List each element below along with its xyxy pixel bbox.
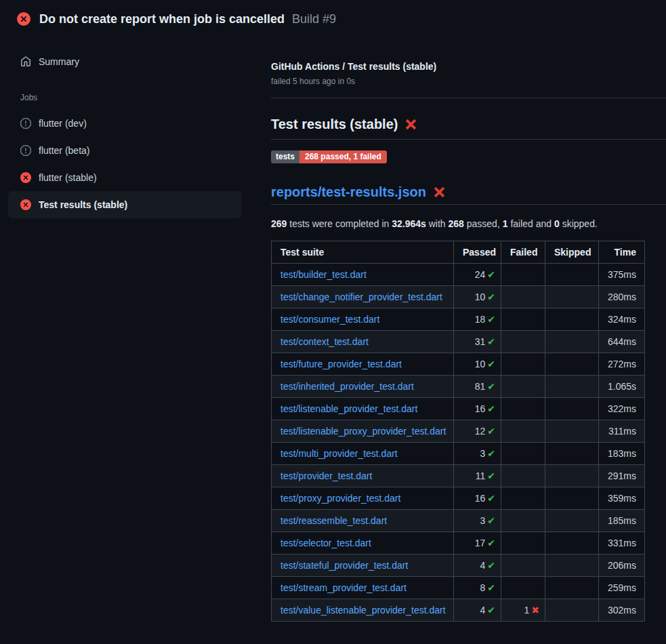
test-suite-link[interactable]: test/stateful_provider_test.dart xyxy=(280,560,408,571)
test-suite-link[interactable]: test/stream_provider_test.dart xyxy=(280,582,407,593)
check-icon: ✔ xyxy=(487,515,495,526)
test-suite-link[interactable]: test/inherited_provider_test.dart xyxy=(280,381,414,392)
home-icon xyxy=(20,56,31,67)
count: 24 xyxy=(475,269,486,280)
check-icon: ✔ xyxy=(487,269,495,280)
test-suite-link[interactable]: test/consumer_test.dart xyxy=(280,314,379,325)
table-row: test/multi_provider_test.dart 3✔ 183ms xyxy=(272,443,645,465)
count: 17 xyxy=(475,538,486,548)
table-row: test/change_notifier_provider_test.dart … xyxy=(272,286,645,308)
failed-status-icon xyxy=(20,199,31,210)
passed-cell: 11✔ xyxy=(454,465,501,487)
sidebar-item-summary[interactable]: Summary xyxy=(8,49,241,75)
main-content: GitHub Actions / Test results (stable) f… xyxy=(249,37,666,622)
test-suite-link[interactable]: test/value_listenable_provider_test.dart xyxy=(280,605,446,616)
table-row: test/context_test.dart 31✔ 644ms xyxy=(272,331,645,353)
table-row: test/listenable_proxy_provider_test.dart… xyxy=(272,420,645,443)
failed-cell xyxy=(501,376,545,398)
count: 10 xyxy=(475,359,486,369)
job-label: flutter (dev) xyxy=(39,118,87,129)
failed-cell xyxy=(501,286,545,308)
failed-cell xyxy=(501,532,545,555)
test-suite-link[interactable]: test/provider_test.dart xyxy=(280,470,372,481)
test-suite-link[interactable]: test/listenable_provider_test.dart xyxy=(280,403,417,414)
skipped-cell xyxy=(545,264,599,286)
column-header-passed: Passed xyxy=(454,241,501,264)
job-label: Test results (stable) xyxy=(39,199,127,210)
jobs-section-label: Jobs xyxy=(8,92,241,103)
check-icon: ✔ xyxy=(487,582,495,593)
sidebar-summary-label: Summary xyxy=(39,56,79,67)
cancelled-icon xyxy=(20,145,31,156)
sidebar: Summary Jobs flutter (dev) flutter (beta… xyxy=(0,37,249,218)
test-suite-link[interactable]: test/reassemble_test.dart xyxy=(280,515,387,526)
summary-text: passed, xyxy=(464,218,503,229)
time-cell: 185ms xyxy=(599,510,645,532)
test-results-table-body: test/builder_test.dart 24✔ 375ms test/ch… xyxy=(272,264,645,622)
test-suite-link[interactable]: test/builder_test.dart xyxy=(280,269,367,280)
badge-label: tests xyxy=(271,150,299,163)
check-icon: ✔ xyxy=(487,336,495,347)
passed-cell: 24✔ xyxy=(454,264,501,286)
table-row: test/inherited_provider_test.dart 81✔ 1.… xyxy=(272,376,645,398)
sidebar-item-test-results-stable[interactable]: Test results (stable) xyxy=(8,191,241,218)
failed-cell xyxy=(501,308,545,331)
test-suite-link[interactable]: test/change_notifier_provider_test.dart xyxy=(280,291,442,302)
count: 16 xyxy=(475,403,486,414)
failed-status-icon xyxy=(20,172,31,183)
table-row: test/value_listenable_provider_test.dart… xyxy=(272,599,645,622)
passed-cell: 8✔ xyxy=(454,577,501,599)
skipped-cell xyxy=(545,555,599,577)
time-cell: 324ms xyxy=(599,308,645,331)
report-file-link[interactable]: reports/test-results.json xyxy=(271,184,426,200)
time-cell: 359ms xyxy=(599,487,645,510)
skipped-cell xyxy=(545,308,599,331)
column-header-test-suite: Test suite xyxy=(272,241,454,264)
count: 12 xyxy=(475,426,486,437)
count: 11 xyxy=(476,470,486,481)
sidebar-item-flutter-dev[interactable]: flutter (dev) xyxy=(8,110,241,137)
skipped-cell xyxy=(545,599,599,622)
check-icon: ✔ xyxy=(487,470,495,481)
test-suite-link[interactable]: test/context_test.dart xyxy=(280,336,369,347)
check-icon: ✔ xyxy=(487,426,495,437)
skipped-cell xyxy=(545,376,599,398)
time-cell: 280ms xyxy=(599,286,645,308)
passed-cell: 16✔ xyxy=(454,398,501,420)
badge-value: 268 passed, 1 failed xyxy=(299,150,387,163)
sidebar-item-flutter-beta[interactable]: flutter (beta) xyxy=(8,137,241,164)
job-label: flutter (beta) xyxy=(39,145,89,156)
table-row: test/builder_test.dart 24✔ 375ms xyxy=(272,264,645,286)
check-icon: ✔ xyxy=(487,359,495,369)
time-cell: 322ms xyxy=(599,398,645,420)
test-suite-link[interactable]: test/proxy_provider_test.dart xyxy=(280,493,400,504)
time-cell: 311ms xyxy=(599,420,645,443)
count: 81 xyxy=(475,381,486,392)
test-suite-link[interactable]: test/listenable_proxy_provider_test.dart xyxy=(280,426,446,437)
divider xyxy=(271,98,666,98)
passed-cell: 3✔ xyxy=(454,510,501,532)
test-suite-link[interactable]: test/selector_test.dart xyxy=(280,538,371,548)
page-layout: Summary Jobs flutter (dev) flutter (beta… xyxy=(0,37,666,622)
check-icon: ✔ xyxy=(487,403,495,414)
time-cell: 375ms xyxy=(599,264,645,286)
check-icon: ✔ xyxy=(487,314,495,325)
test-suite-link[interactable]: test/future_provider_test.dart xyxy=(280,359,402,369)
skipped-cell xyxy=(545,577,599,599)
time-cell: 183ms xyxy=(599,443,645,465)
count: 18 xyxy=(475,314,486,325)
test-results-table: Test suite Passed Failed Skipped Time te… xyxy=(271,241,645,622)
summary-text: with xyxy=(426,218,449,229)
skipped-cell xyxy=(545,398,599,420)
failed-cell xyxy=(501,420,545,443)
test-suite-link[interactable]: test/multi_provider_test.dart xyxy=(280,448,398,459)
failed-status-icon xyxy=(17,12,30,26)
job-label: flutter (stable) xyxy=(39,172,97,183)
failed-cell xyxy=(501,331,545,353)
cross-mark-icon xyxy=(433,186,446,199)
time-cell: 644ms xyxy=(599,331,645,353)
sidebar-item-flutter-stable[interactable]: flutter (stable) xyxy=(8,164,241,191)
passed-cell: 18✔ xyxy=(454,308,501,331)
count: 3 xyxy=(480,448,485,459)
count: 3 xyxy=(480,515,485,526)
